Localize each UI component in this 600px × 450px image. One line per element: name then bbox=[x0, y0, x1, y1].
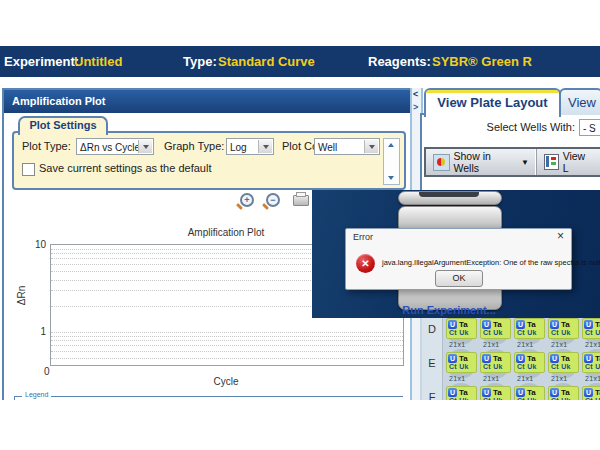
legend-label: Legend bbox=[22, 391, 51, 398]
collapse-left-icon[interactable]: < bbox=[413, 89, 418, 99]
y-axis-label: ΔRn bbox=[16, 286, 27, 305]
instrument-graphic bbox=[419, 192, 479, 197]
gridline bbox=[51, 345, 403, 346]
well-task-target: UTa bbox=[549, 387, 578, 397]
plate-well[interactable]: UTaCt Uk bbox=[514, 386, 545, 400]
plate-well[interactable]: UTaCt Uk bbox=[446, 386, 477, 400]
tab-view-plate-layout[interactable]: View Plate Layout bbox=[424, 88, 561, 117]
reagents-label: Reagents: bbox=[368, 46, 431, 77]
task-unknown-icon: U bbox=[584, 388, 593, 397]
plate-well[interactable]: UTaCt Uk bbox=[480, 318, 511, 339]
zoom-out-icon[interactable]: − bbox=[266, 193, 280, 207]
task-unknown-icon: U bbox=[584, 354, 593, 363]
well-sample-text: Ct Uk bbox=[549, 363, 578, 370]
plate-grid: DUTaCt Uk21x1UTaCt Uk21x1UTaCt Uk21x1UTa… bbox=[420, 317, 600, 400]
well-quantity-text: 21x1 bbox=[483, 341, 499, 348]
plate-well[interactable]: UTaCt Uk bbox=[582, 352, 600, 373]
chevron-down-icon[interactable] bbox=[364, 140, 378, 153]
tab-plot-settings[interactable]: Plot Settings bbox=[18, 116, 108, 135]
settings-scrollbar[interactable] bbox=[383, 138, 400, 185]
reagents-value: SYBR® Green R bbox=[432, 46, 532, 77]
type-label: Type: bbox=[183, 46, 217, 77]
plate-well[interactable]: UTaCt Uk bbox=[446, 318, 477, 339]
plate-well[interactable]: UTaCt Uk bbox=[480, 352, 511, 373]
well-color-icon bbox=[433, 154, 450, 171]
chevron-down-icon[interactable] bbox=[258, 140, 272, 153]
run-experiment-link[interactable]: Run Experiment... bbox=[398, 304, 500, 316]
well-quantity-text: 21x1 bbox=[551, 341, 567, 348]
plate-row-label: D bbox=[422, 323, 442, 335]
plate-well[interactable]: UTaCt Uk bbox=[548, 352, 579, 373]
plate-well[interactable]: UTaCt Uk bbox=[446, 352, 477, 373]
print-icon[interactable] bbox=[293, 195, 309, 206]
well-task-target: UTa bbox=[549, 353, 578, 363]
plot-type-label: Plot Type: bbox=[22, 138, 71, 155]
x-tick-0: 0 bbox=[44, 366, 50, 377]
plate-row-label: E bbox=[422, 357, 442, 369]
plot-color-select[interactable]: Well bbox=[314, 138, 380, 155]
task-unknown-icon: U bbox=[448, 388, 457, 397]
plate-well[interactable]: UTaCt Uk bbox=[582, 386, 600, 400]
well-quantity-text: 21x1 bbox=[551, 375, 567, 382]
type-value: Standard Curve bbox=[218, 46, 315, 77]
task-unknown-icon: U bbox=[482, 354, 491, 363]
instrument-button-top[interactable] bbox=[398, 191, 502, 205]
plot-type-select[interactable]: ΔRn vs Cycle bbox=[76, 138, 154, 155]
task-unknown-icon: U bbox=[550, 388, 559, 397]
plate-well[interactable]: UTaCt Uk bbox=[480, 386, 511, 400]
well-sample-text: Ct Uk bbox=[515, 329, 544, 336]
well-task-target: UTa bbox=[481, 319, 510, 329]
y-tick-1: 1 bbox=[30, 326, 46, 337]
well-task-target: UTa bbox=[515, 319, 544, 329]
well-sample-text: Ct Uk bbox=[481, 329, 510, 336]
task-unknown-icon: U bbox=[448, 320, 457, 329]
well-quantity-text: 21x1 bbox=[517, 341, 533, 348]
well-sample-text: Ct Uk bbox=[549, 329, 578, 336]
well-sample-text: Ct Uk bbox=[447, 363, 476, 370]
well-task-target: UTa bbox=[481, 353, 510, 363]
well-task-target: UTa bbox=[583, 319, 600, 329]
gridline bbox=[51, 358, 403, 359]
scroll-down-icon[interactable] bbox=[388, 176, 394, 180]
select-wells-dropdown[interactable]: - S bbox=[579, 119, 600, 136]
save-default-checkbox[interactable] bbox=[22, 163, 35, 176]
well-sample-text: Ct Uk bbox=[515, 363, 544, 370]
error-dialog: Error × ✕ java.lang.IllegalArgumentExcep… bbox=[345, 228, 572, 290]
active-tab-highlight bbox=[426, 90, 559, 93]
well-quantity-text: 21x1 bbox=[585, 341, 600, 348]
dialog-title: Error bbox=[353, 232, 373, 242]
experiment-header-bar: Experiment: Untitled Type: Standard Curv… bbox=[0, 46, 600, 77]
task-unknown-icon: U bbox=[516, 354, 525, 363]
task-unknown-icon: U bbox=[550, 320, 559, 329]
gridline bbox=[51, 351, 403, 352]
well-quantity-text: 21x1 bbox=[449, 341, 465, 348]
experiment-label: Experiment: bbox=[4, 46, 79, 77]
plate-well[interactable]: UTaCt Uk bbox=[514, 352, 545, 373]
error-message: java.lang.IllegalArgumentException: One … bbox=[382, 258, 568, 267]
ok-button[interactable]: OK bbox=[435, 270, 483, 287]
plate-well[interactable]: UTaCt Uk bbox=[548, 386, 579, 400]
well-sample-text: Ct Uk bbox=[447, 329, 476, 336]
gridline bbox=[51, 332, 403, 333]
plate-well[interactable]: UTaCt Uk bbox=[548, 318, 579, 339]
expand-right-icon[interactable]: > bbox=[413, 102, 418, 112]
chevron-down-icon[interactable] bbox=[138, 140, 152, 153]
select-wells-label: Select Wells With: bbox=[430, 121, 575, 133]
well-quantity-text: 21x1 bbox=[483, 375, 499, 382]
zoom-in-icon[interactable]: + bbox=[240, 193, 254, 207]
graph-type-select[interactable]: Log bbox=[226, 138, 274, 155]
plate-row-label: F bbox=[422, 391, 442, 400]
tab-view-well-table[interactable]: View bbox=[559, 88, 600, 115]
plate-well[interactable]: UTaCt Uk bbox=[582, 318, 600, 339]
y-tick-10: 10 bbox=[30, 239, 46, 250]
show-in-wells-button[interactable]: Show in Wells ▼ bbox=[426, 149, 537, 175]
view-legend-button[interactable]: View L bbox=[537, 149, 600, 175]
task-unknown-icon: U bbox=[584, 320, 593, 329]
close-icon[interactable]: × bbox=[557, 230, 564, 242]
well-task-target: UTa bbox=[447, 353, 476, 363]
well-task-target: UTa bbox=[515, 353, 544, 363]
save-default-label: Save current settings as the default bbox=[39, 160, 211, 177]
well-quantity-text: 21x1 bbox=[449, 375, 465, 382]
plate-well[interactable]: UTaCt Uk bbox=[514, 318, 545, 339]
scroll-up-icon[interactable] bbox=[388, 143, 394, 147]
